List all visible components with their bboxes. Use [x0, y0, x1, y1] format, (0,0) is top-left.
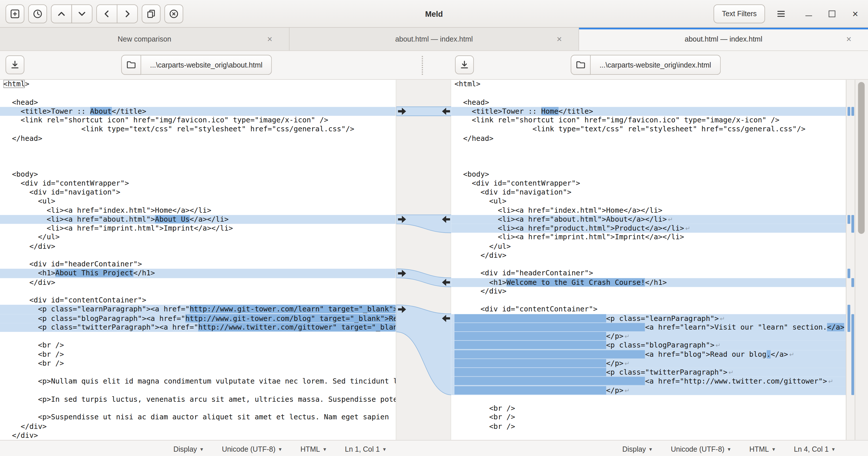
menu-button[interactable] [772, 4, 790, 23]
chevron-down-icon [76, 8, 87, 19]
pane-separator-handle[interactable] [422, 56, 423, 75]
tab-close-button[interactable]: × [265, 33, 275, 45]
code-line: </head> [451, 134, 846, 143]
cursor-position-menu[interactable]: Ln 1, Col 1 ▾ [345, 445, 386, 453]
chevron-down-icon: ▾ [772, 446, 775, 452]
tab-close-button[interactable]: × [844, 33, 854, 45]
code-line: </ul> [0, 233, 396, 242]
diff-gutter [396, 80, 451, 440]
meld-window: Meld Text Filters × New comparison × abo… [0, 0, 868, 456]
open-folder-right-button[interactable] [571, 55, 591, 75]
maximize-button[interactable] [825, 6, 839, 21]
code-line: <html> [451, 80, 846, 89]
code-line: <html> [0, 80, 396, 89]
code-line [451, 161, 846, 170]
scrollbar-thumb[interactable] [858, 82, 865, 234]
text-filters-button[interactable]: Text Filters [714, 4, 765, 23]
code-line: </p>↵ [451, 332, 846, 341]
history-navigation-group [96, 4, 138, 23]
recent-comparisons-button[interactable] [28, 4, 47, 23]
open-folder-left-button[interactable] [121, 55, 141, 75]
syntax-menu-label: HTML [301, 445, 320, 453]
tab-label: about.html — index.html [395, 35, 473, 43]
code-line: <li><a href="product.html">Product</a></… [451, 224, 846, 233]
copy-icon [146, 8, 157, 19]
chevron-down-icon: ▾ [832, 446, 835, 452]
code-line [0, 404, 396, 413]
code-line: <p class="learnParagraph"><a href="http:… [0, 305, 396, 314]
code-line: </div> [451, 251, 846, 260]
code-line: <br /> [0, 359, 396, 368]
code-line: <br /> [451, 404, 846, 413]
back-button[interactable] [96, 4, 117, 23]
code-line: <li><a href="about.html">About Us</a></l… [0, 215, 396, 224]
stop-circle-icon [168, 8, 179, 19]
stop-button[interactable] [164, 4, 183, 23]
code-line [0, 161, 396, 170]
forward-button[interactable] [117, 4, 138, 23]
syntax-menu[interactable]: HTML ▾ [301, 445, 326, 453]
close-icon: × [852, 9, 858, 19]
save-left-button[interactable] [5, 55, 24, 74]
tab-comparison-2[interactable]: about.html — index.html × [579, 28, 868, 51]
code-line: </div> [0, 242, 396, 251]
diffmap-marker [847, 269, 850, 278]
diff-overview-map[interactable] [846, 80, 855, 440]
tab-new-comparison[interactable]: New comparison × [0, 28, 289, 51]
save-right-button[interactable] [455, 55, 474, 74]
encoding-menu[interactable]: Unicode (UTF-8) ▾ [222, 445, 281, 453]
code-line: <li><a href="imprint.html">Imprint</a></… [0, 224, 396, 233]
minimize-button[interactable] [802, 6, 816, 21]
left-file-path-button[interactable]: ...\carparts-website_orig\about.html [141, 55, 272, 75]
code-line: <div id="navigation"> [451, 188, 846, 197]
tab-comparison-1[interactable]: about.html — index.html × [289, 28, 579, 51]
syntax-menu[interactable]: HTML ▾ [749, 445, 775, 453]
code-line [451, 89, 846, 98]
code-line: <p class="twitterParagraph">↵ [451, 368, 846, 377]
display-menu[interactable]: Display ▾ [173, 445, 203, 453]
code-line: </p>↵ [451, 359, 846, 368]
hamburger-menu-icon [775, 8, 786, 19]
code-line [0, 332, 396, 341]
code-line [0, 251, 396, 260]
left-status-group: Display ▾ Unicode (UTF-8) ▾ HTML ▾ Ln 1,… [0, 440, 396, 456]
code-line [451, 152, 846, 161]
code-line: <h1>About This Project</h1> [0, 269, 396, 278]
close-window-button[interactable]: × [848, 6, 863, 21]
diff-view: <html> <head> <title>Tower :: About</tit… [0, 80, 868, 440]
left-code-pane[interactable]: <html> <head> <title>Tower :: About</tit… [0, 80, 396, 440]
code-line: <link type="text/css" rel="stylesheet" h… [0, 125, 396, 134]
next-change-button[interactable] [71, 4, 93, 23]
header-bar: Meld Text Filters × [0, 0, 868, 28]
tab-label: New comparison [118, 35, 171, 43]
previous-change-button[interactable] [51, 4, 72, 23]
right-file-path-button[interactable]: ...\carparts-website_orig\index.html [591, 55, 720, 75]
tab-close-button[interactable]: × [555, 33, 564, 45]
code-line: <ul> [451, 197, 846, 206]
cursor-position-menu[interactable]: Ln 4, Col 1 ▾ [794, 445, 835, 453]
code-line: <link rel="shortcut icon" href="img/favi… [451, 116, 846, 125]
right-file-chooser: ...\carparts-website_orig\index.html [571, 55, 720, 75]
display-menu-label: Display [622, 445, 646, 453]
code-line: <head> [451, 98, 846, 107]
code-line: <link rel="shortcut icon" href="img/favi… [0, 116, 396, 125]
code-line: <title>Tower :: Home</title> [451, 107, 846, 116]
vertical-scrollbar[interactable] [855, 80, 868, 440]
code-line: <body> [451, 170, 846, 179]
syntax-menu-label: HTML [749, 445, 769, 453]
chevron-down-icon: ▾ [200, 446, 203, 452]
tab-bar: New comparison × about.html — index.html… [0, 28, 868, 51]
display-menu[interactable]: Display ▾ [622, 445, 652, 453]
new-comparison-icon [9, 8, 21, 19]
new-comparison-button[interactable] [5, 4, 24, 23]
right-code-pane[interactable]: <html> <head> <title>Tower :: Home</titl… [451, 80, 846, 440]
code-line: <p>Suspendisse ut nisi ac diam auctor al… [0, 413, 396, 422]
code-line: <div id="contentWrapper"> [0, 179, 396, 188]
copy-button[interactable] [142, 4, 160, 23]
code-line: </head> [0, 134, 396, 143]
encoding-menu[interactable]: Unicode (UTF-8) ▾ [671, 445, 731, 453]
code-line: <li><a href="about.html">About</a></li>↵ [451, 215, 846, 224]
code-line: <li><a href="imprint.html">Imprint</a></… [451, 233, 846, 242]
chevron-down-icon: ▾ [323, 446, 326, 452]
code-line [0, 152, 396, 161]
